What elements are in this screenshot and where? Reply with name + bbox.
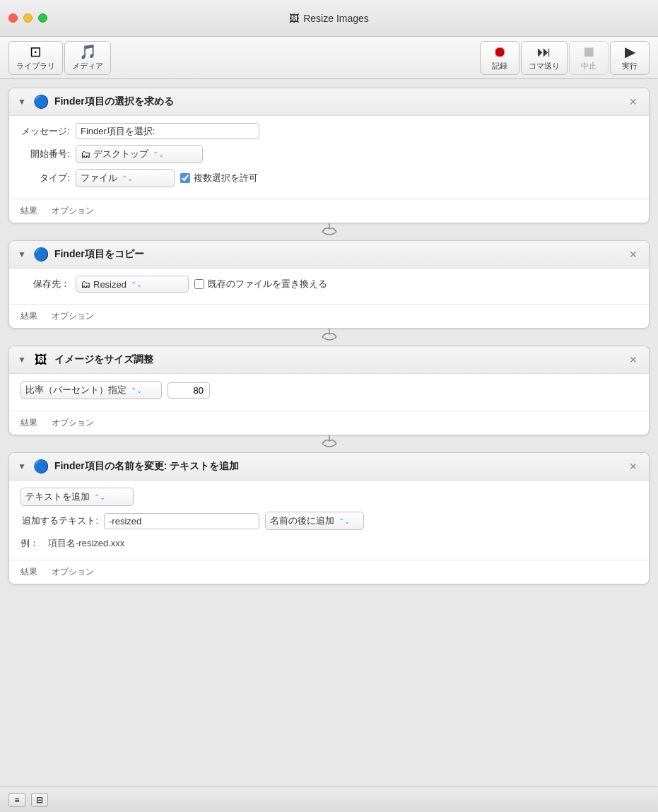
scale-select-text: 比率（パーセント）指定: [25, 384, 127, 396]
message-label: メッセージ:: [20, 125, 70, 138]
mode-select[interactable]: テキストを追加 ⌃⌄: [20, 488, 134, 506]
run-button[interactable]: ▶ 実行: [610, 41, 650, 75]
run-label: 実行: [622, 61, 638, 71]
action-icon-rename: 🔵: [33, 459, 49, 474]
action-footer-find: 結果 オプション: [9, 199, 649, 223]
action-title-resize: イメージをサイズ調整: [54, 353, 621, 366]
message-input[interactable]: [76, 123, 259, 139]
title-icon: 🖼: [289, 13, 299, 24]
message-row: メッセージ:: [20, 123, 638, 139]
replace-files-checkbox[interactable]: 既存のファイルを置き換える: [194, 278, 327, 290]
replace-files-input[interactable]: [194, 279, 204, 289]
mode-chevron-icon: ⌃⌄: [94, 493, 105, 501]
multiple-select-label: 複数選択を許可: [194, 172, 258, 184]
grid-view-icon: ⊟: [36, 795, 43, 805]
action-find-finder-items: ▼ 🔵 Finder項目の選択を求める ✕ メッセージ: 開始番号: 🗂 デスク…: [8, 88, 650, 223]
action-icon-copy: 🔵: [33, 247, 49, 262]
library-button[interactable]: ⊡ ライブラリ: [8, 41, 63, 75]
close-button[interactable]: [8, 13, 18, 23]
toolbar-right: ⏺ 記録 ⏭ コマ送り ⏹ 中止 ▶ 実行: [480, 41, 650, 75]
media-icon: 🎵: [79, 45, 97, 59]
result-tab-copy[interactable]: 結果: [20, 309, 37, 324]
step-label: コマ送り: [529, 61, 560, 71]
grid-view-button[interactable]: ⊟: [31, 793, 48, 807]
maximize-button[interactable]: [38, 13, 47, 23]
action-copy-finder-items: ▼ 🔵 Finder項目をコピー ✕ 保存先： 🗂 Resized ⌃⌄ 既存の…: [8, 240, 650, 329]
start-select[interactable]: 🗂 デスクトップ ⌃⌄: [76, 145, 203, 163]
saveto-select-text: Resized: [93, 279, 127, 290]
library-icon: ⊡: [30, 45, 42, 59]
connector-3: [8, 435, 650, 452]
size-value-input[interactable]: [168, 382, 210, 399]
options-tab-copy[interactable]: オプション: [52, 309, 94, 324]
titlebar: 🖼 Resize Images: [0, 0, 658, 37]
close-action-resize[interactable]: ✕: [626, 353, 640, 367]
replace-files-label: 既存のファイルを置き換える: [208, 278, 327, 290]
options-tab-rename[interactable]: オプション: [52, 565, 94, 579]
saveto-select[interactable]: 🗂 Resized ⌃⌄: [76, 276, 189, 293]
position-select-text: 名前の後に追加: [270, 514, 334, 527]
mode-select-text: テキストを追加: [25, 490, 90, 503]
saveto-chevron-icon: ⌃⌄: [131, 281, 142, 288]
scale-select[interactable]: 比率（パーセント）指定 ⌃⌄: [20, 381, 162, 399]
action-title-find: Finder項目の選択を求める: [54, 95, 621, 108]
result-tab-rename[interactable]: 結果: [20, 565, 37, 579]
start-row: 開始番号: 🗂 デスクトップ ⌃⌄: [20, 145, 638, 163]
close-action-copy[interactable]: ✕: [626, 247, 640, 261]
minimize-button[interactable]: [23, 13, 33, 23]
collapse-btn-copy[interactable]: ▼: [18, 249, 26, 259]
type-select-text: ファイル: [81, 172, 117, 184]
close-action-find[interactable]: ✕: [626, 95, 640, 109]
saveto-label: 保存先：: [20, 278, 70, 290]
mode-row: テキストを追加 ⌃⌄: [20, 488, 638, 506]
window-controls[interactable]: [8, 13, 47, 23]
collapse-btn-find[interactable]: ▼: [18, 97, 26, 107]
window-title: Resize Images: [303, 13, 369, 24]
record-button[interactable]: ⏺ 記録: [480, 41, 519, 75]
action-icon-find: 🔵: [33, 94, 49, 110]
multiple-select-checkbox[interactable]: 複数選択を許可: [180, 172, 258, 184]
example-text: 例： 項目名-resized.xxx: [20, 536, 638, 554]
connector-1: [8, 223, 650, 240]
stop-button[interactable]: ⏹ 中止: [569, 41, 609, 75]
main-content: ▼ 🔵 Finder項目の選択を求める ✕ メッセージ: 開始番号: 🗂 デスク…: [0, 79, 658, 787]
toolbar: ⊡ ライブラリ 🎵 メディア ⏺ 記録 ⏭ コマ送り ⏹ 中止 ▶ 実行: [0, 37, 658, 79]
addtext-label: 追加するテキスト:: [20, 514, 98, 527]
type-select[interactable]: ファイル ⌃⌄: [76, 169, 175, 187]
addtext-input[interactable]: [104, 513, 259, 529]
position-chevron-icon: ⌃⌄: [339, 517, 350, 525]
connector-2: [8, 329, 650, 346]
toolbar-left: ⊡ ライブラリ 🎵 メディア: [8, 41, 477, 75]
list-view-button[interactable]: ≡: [8, 793, 25, 807]
step-button[interactable]: ⏭ コマ送り: [521, 41, 568, 75]
scale-row: 比率（パーセント）指定 ⌃⌄: [20, 381, 638, 399]
result-tab-resize[interactable]: 結果: [20, 416, 37, 430]
type-label: タイプ:: [20, 172, 70, 184]
media-button[interactable]: 🎵 メディア: [64, 41, 111, 75]
action-header-copy: ▼ 🔵 Finder項目をコピー ✕: [9, 241, 649, 269]
action-body-copy: 保存先： 🗂 Resized ⌃⌄ 既存のファイルを置き換える: [9, 269, 649, 304]
run-icon: ▶: [625, 45, 635, 59]
record-label: 記録: [492, 61, 507, 71]
action-header-resize: ▼ 🖼 イメージをサイズ調整 ✕: [9, 346, 649, 374]
addtext-row: 追加するテキスト: 名前の後に追加 ⌃⌄: [20, 512, 638, 530]
folder-icon: 🗂: [81, 148, 90, 160]
list-view-icon: ≡: [14, 795, 19, 805]
library-label: ライブラリ: [16, 61, 55, 71]
record-icon: ⏺: [493, 45, 507, 59]
collapse-btn-resize[interactable]: ▼: [18, 355, 26, 365]
action-rename-finder-items: ▼ 🔵 Finder項目の名前を変更: テキストを追加 ✕ テキストを追加 ⌃⌄…: [8, 452, 650, 584]
options-tab-resize[interactable]: オプション: [52, 416, 94, 430]
action-body-find: メッセージ: 開始番号: 🗂 デスクトップ ⌃⌄ タイプ: ファイル ⌃⌄: [9, 116, 649, 199]
position-select[interactable]: 名前の後に追加 ⌃⌄: [265, 512, 364, 530]
action-footer-resize: 結果 オプション: [9, 411, 649, 435]
saveto-row: 保存先： 🗂 Resized ⌃⌄ 既存のファイルを置き換える: [20, 276, 638, 293]
action-header-find: ▼ 🔵 Finder項目の選択を求める ✕: [9, 88, 649, 116]
type-row: タイプ: ファイル ⌃⌄ 複数選択を許可: [20, 169, 638, 187]
multiple-select-input[interactable]: [180, 173, 190, 183]
collapse-btn-rename[interactable]: ▼: [18, 461, 26, 471]
options-tab-find[interactable]: オプション: [52, 204, 94, 218]
action-body-rename: テキストを追加 ⌃⌄ 追加するテキスト: 名前の後に追加 ⌃⌄ 例： 項目名-r…: [9, 481, 649, 560]
close-action-rename[interactable]: ✕: [626, 459, 640, 473]
result-tab-find[interactable]: 結果: [20, 204, 37, 218]
